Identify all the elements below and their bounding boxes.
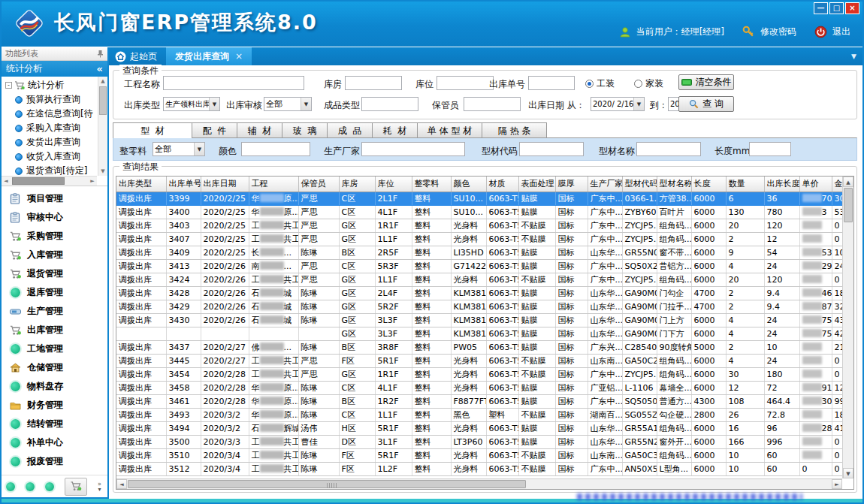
tab-active[interactable]: 发货出库查询 × (166, 47, 252, 65)
table-row[interactable]: 调拨出库34292020/2/26石城陈琳G区5R2F整料KLM38176063… (116, 300, 854, 313)
tree-item-收货入库查询[interactable]: 收货入库查询 (3, 149, 97, 164)
tree-item-在途信息查询[待[interactable]: 在途信息查询[待 (3, 107, 97, 121)
column-header-outlen[interactable]: 出库长度 (764, 177, 799, 192)
grid-vertical-scrollbar[interactable]: ▲ ▼ (842, 177, 853, 478)
sidebar-item-退货管理[interactable]: 退货管理 (2, 264, 107, 283)
cart-toolbar-button[interactable] (65, 478, 87, 496)
column-header-qty[interactable]: 数量 (726, 177, 764, 192)
sidebar-item-采购管理[interactable]: 采购管理 (2, 227, 107, 246)
profile-code-input[interactable] (519, 142, 584, 156)
table-row[interactable]: 调拨出库34942020/3/2石辉城汤伟H区5R1F整料光身料6063-T5贴… (116, 421, 854, 435)
table-row[interactable]: 调拨出库33992020/2/25华原...严思C区2L1F整料SU10...6… (116, 192, 854, 205)
tree-item-发货出库查询[interactable]: 发货出库查询 (3, 135, 97, 149)
table-row[interactable]: 调拨出库34372020/2/27佛...陈琳B区3R8F整料PW056063-… (116, 340, 854, 354)
audit-select[interactable]: 全部 ▼ (264, 97, 312, 111)
out-type-select[interactable]: 生产领料出库 ▼ (163, 97, 220, 111)
table-row[interactable]: 调拨出库34582020/2/28华原...陈琳C区4L1F整料光身料6063-… (116, 381, 854, 394)
table-row[interactable]: 调拨出库34452020/2/27工共工程严思F区5R1F整料光身料6063-T… (116, 354, 854, 367)
sidebar-item-报废管理[interactable]: 报废管理 (2, 452, 107, 471)
grid-hscroll-thumb[interactable] (128, 480, 526, 488)
column-header-surface[interactable]: 表面处理 (518, 177, 555, 192)
grid-horizontal-scrollbar[interactable]: ◄ ► (116, 478, 842, 489)
sidebar-item-项目管理[interactable]: 项目管理 (2, 189, 107, 208)
column-header-material[interactable]: 材质 (486, 177, 518, 192)
order-no-input[interactable] (528, 76, 575, 90)
sidebar-item-财务管理[interactable]: 财务管理 (2, 396, 107, 415)
tree-vertical-scrollbar[interactable]: ▲ ▼ (98, 77, 107, 176)
date-from-picker[interactable]: 2020/ 2/16 ▼ (591, 97, 645, 111)
room-input[interactable] (345, 76, 402, 90)
sidebar-item-出库管理[interactable]: 出库管理 (2, 321, 107, 340)
collapse-chevron-icon[interactable]: « (97, 63, 103, 74)
close-button[interactable]: × (845, 2, 859, 14)
dot-icon[interactable] (26, 482, 35, 491)
tree-vscroll-thumb[interactable] (99, 86, 107, 115)
column-header-name[interactable]: 型材名称 (657, 177, 691, 192)
material-tab-成品[interactable]: 成 品 (328, 122, 373, 138)
tab-list-dropdown-icon[interactable]: ▼ (851, 53, 856, 60)
tree-hscroll-thumb[interactable] (12, 177, 65, 185)
dropdown-arrow-icon[interactable]: ▼ (209, 98, 219, 110)
column-header-len[interactable]: 长度 (691, 177, 726, 192)
scroll-down-icon[interactable]: ▼ (843, 468, 853, 478)
scroll-left-icon[interactable]: ◄ (2, 177, 11, 186)
tab-home[interactable]: 起始页 (109, 47, 166, 65)
table-row[interactable]: 调拨出库34612020/2/28华原...陈琳B区1R2F整料F8877FT6… (116, 394, 854, 408)
scroll-left-icon[interactable]: ◄ (116, 479, 127, 489)
scroll-up-icon[interactable]: ▲ (843, 177, 853, 187)
dropdown-arrow-icon[interactable]: ▼ (633, 98, 644, 110)
maker-input[interactable] (361, 142, 465, 156)
dropdown-arrow-icon[interactable]: ▼ (301, 98, 311, 110)
overflow-chevron-icon[interactable]: »▾ (98, 481, 101, 492)
sidebar-item-生产管理[interactable]: 生产管理 (2, 302, 107, 321)
material-tab-单体型材[interactable]: 单 体 型 材 (418, 122, 482, 138)
search-button[interactable]: 查 询 (678, 96, 734, 112)
column-header-no[interactable]: 出库单号 (166, 177, 201, 192)
change-password-link[interactable]: 修改密码 (760, 26, 796, 38)
table-row[interactable]: G区3L3F整料KLM38176063-T5贴膜国标山东华...GA90M09.… (116, 327, 854, 340)
table-row[interactable]: 调拨出库34002020/2/25华原...严思C区4L1F整料SU10...6… (116, 205, 854, 219)
table-row[interactable]: 调拨出库35102020/3/4工共工程陈琳F区5R1F整料光身料6063-T5… (116, 448, 854, 462)
table-row[interactable]: 调拨出库35002020/3/3工共工程曹佳D区3L1F整料LT3P606063… (116, 435, 854, 448)
scroll-right-icon[interactable]: ► (88, 177, 97, 186)
tab-close-icon[interactable]: × (235, 51, 243, 62)
dropdown-arrow-icon[interactable]: ▼ (194, 143, 204, 155)
radio-unselected-icon[interactable] (634, 80, 642, 88)
profile-name-input[interactable] (636, 142, 701, 156)
column-header-room[interactable]: 库房 (339, 177, 375, 192)
table-row[interactable]: 调拨出库34932020/3/2华原...陈琳C区1L1F整料黑色塑料不贴膜国标… (116, 408, 854, 421)
clear-conditions-button[interactable]: 清空条件 (678, 74, 734, 90)
scroll-right-icon[interactable]: ► (832, 479, 842, 489)
sidebar-item-入库管理[interactable]: 入库管理 (2, 246, 107, 264)
tree-root[interactable]: - 统计分析 (3, 78, 97, 92)
dot-icon[interactable] (6, 482, 15, 491)
sidebar-section-header[interactable]: 统计分析 « (2, 61, 107, 77)
material-tab-隔热条[interactable]: 隔 热 条 (482, 122, 547, 138)
product-type-input[interactable] (361, 97, 418, 111)
table-row[interactable]: 调拨出库35122020/3/4工共工程陈琳F区1L2F整料光身料6063-T5… (116, 462, 854, 475)
material-tab-玻璃[interactable]: 玻 璃 (282, 122, 328, 138)
table-row[interactable]: 调拨出库34242020/2/26工共工程严思G区1L1F整料光身料6063-T… (116, 273, 854, 286)
tree-item-预算执行查询[interactable]: 预算执行查询 (3, 92, 97, 107)
sidebar-item-审核中心[interactable]: 审核中心 (2, 208, 107, 227)
column-header-maker[interactable]: 生产厂家 (588, 177, 622, 192)
table-row[interactable]: 调拨出库34072020/2/25工共工程严思G区1L1F整料光身料6063-T… (116, 232, 854, 246)
radio-selected-icon[interactable] (585, 80, 594, 88)
sidebar-item-工地管理[interactable]: 工地管理 (2, 340, 107, 358)
minimize-button[interactable]: — (814, 2, 828, 14)
tree-expander-icon[interactable]: - (5, 82, 12, 89)
table-row[interactable]: 调拨出库34032020/2/25工共工程严思G区1R1F整料光身料6063-T… (116, 219, 854, 232)
radio-gongzhuang[interactable]: 工装 (585, 77, 615, 90)
tree-horizontal-scrollbar[interactable]: ◄ ► (2, 176, 97, 186)
column-header-price[interactable]: 单价 (799, 177, 832, 192)
color-input[interactable] (241, 142, 310, 156)
column-header-proj[interactable]: 工程 (249, 177, 298, 192)
whole-part-select[interactable]: 全部 ▼ (153, 142, 205, 156)
table-row[interactable]: 调拨出库34542020/2/28工共工程严思G区1R1F整料光身料6063-T… (116, 367, 854, 381)
logout-link[interactable]: 退出 (832, 26, 850, 38)
column-header-loc[interactable]: 库位 (375, 177, 412, 192)
material-tab-辅材[interactable]: 辅 材 (237, 122, 282, 138)
column-header-whole[interactable]: 整零料 (412, 177, 451, 192)
table-row[interactable]: 调拨出库34092020/2/25长...陈琳B区2R5F整料LI35HD606… (116, 246, 854, 259)
sidebar-item-退库管理[interactable]: 退库管理 (2, 283, 107, 302)
